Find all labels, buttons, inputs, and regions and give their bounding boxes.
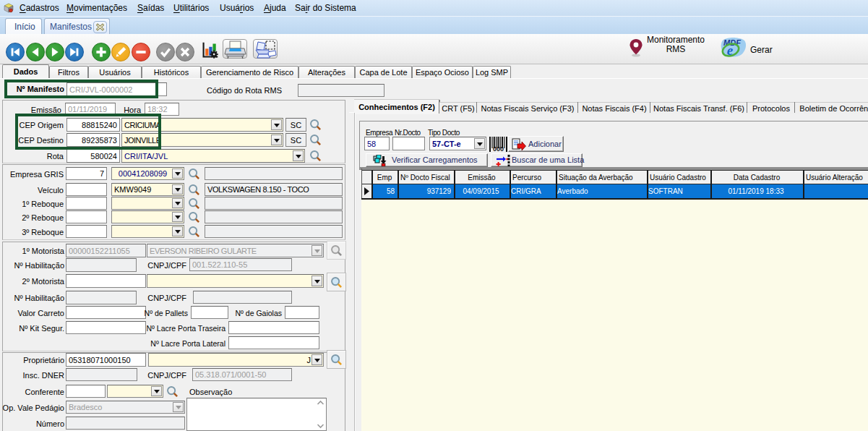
svg-text:000: 000: [493, 145, 504, 152]
svg-text:e: e: [727, 43, 734, 58]
